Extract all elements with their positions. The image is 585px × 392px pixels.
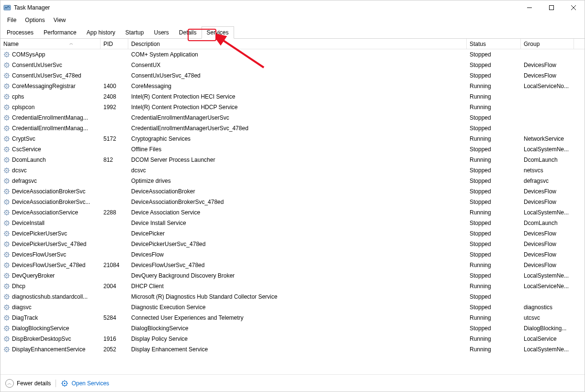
tab-users[interactable]: Users — [148, 26, 174, 38]
column-header-pid[interactable]: PID — [101, 39, 128, 49]
menu-options[interactable]: Options — [21, 16, 48, 24]
tab-processes[interactable]: Processes — [1, 26, 39, 38]
svg-line-52 — [8, 98, 9, 99]
service-row[interactable]: DevicePickerUserSvc_478edDevicePickerUse… — [0, 239, 585, 249]
service-row[interactable]: DeviceAssociationBrokerSvc...DeviceAssoc… — [0, 197, 585, 207]
service-row[interactable]: DevicesFlowUserSvc_478ed21084DevicesFlow… — [0, 260, 585, 270]
services-grid[interactable]: COMSysAppCOM+ System ApplicationStoppedC… — [0, 49, 585, 374]
service-name-cell: DeviceAssociationBrokerSvc — [0, 188, 101, 195]
window-title: Task Manager — [14, 4, 50, 11]
service-row[interactable]: DeviceAssociationBrokerSvcDeviceAssociat… — [0, 186, 585, 197]
service-row[interactable]: DevicesFlowUserSvcDevicesFlowStoppedDevi… — [0, 249, 585, 260]
service-row[interactable]: DcomLaunch812DCOM Server Process Launche… — [0, 155, 585, 165]
svg-line-51 — [5, 95, 6, 96]
service-name-cell: DispBrokerDesktopSvc — [0, 336, 101, 342]
svg-line-14 — [5, 56, 6, 57]
svg-line-201 — [5, 253, 6, 254]
service-row[interactable]: defragsvcOptimize drivesStoppeddefragsvc — [0, 176, 585, 186]
service-group: DevicesFlow — [521, 241, 574, 247]
service-pid: 5172 — [101, 135, 128, 142]
svg-point-96 — [6, 149, 7, 150]
service-description: ConsentUxUserSvc_478ed — [128, 72, 467, 79]
gear-icon — [3, 262, 10, 269]
svg-line-272 — [8, 330, 9, 331]
gear-icon — [3, 293, 10, 300]
svg-point-66 — [6, 117, 7, 118]
column-header-name[interactable]: Name ︿ — [0, 39, 101, 49]
service-name: DialogBlockingService — [12, 325, 69, 332]
service-pid: 2288 — [101, 209, 128, 216]
service-row[interactable]: DiagTrack5284Connected User Experiences … — [0, 313, 585, 323]
service-row[interactable]: CoreMessagingRegistrar1400CoreMessagingR… — [0, 81, 585, 91]
column-header-status[interactable]: Status — [467, 39, 521, 49]
maximize-button[interactable] — [540, 0, 562, 15]
svg-line-143 — [8, 190, 9, 190]
service-name-cell: defragsvc — [0, 178, 101, 184]
service-row[interactable]: DevicePickerUserSvcDevicePickerStoppedDe… — [0, 228, 585, 239]
svg-line-122 — [8, 172, 9, 173]
service-row[interactable]: DeviceAssociationService2288Device Assoc… — [0, 207, 585, 218]
menu-view[interactable]: View — [50, 16, 70, 24]
column-header-group[interactable]: Group — [521, 39, 574, 49]
svg-line-231 — [5, 284, 6, 285]
service-row[interactable]: DispBrokerDesktopSvc1916Display Policy S… — [0, 334, 585, 344]
svg-line-31 — [5, 74, 6, 75]
service-group: DevicesFlow — [521, 72, 574, 79]
service-row[interactable]: CredentialEnrollmentManag...CredentialEn… — [0, 112, 585, 123]
svg-line-12 — [8, 56, 9, 57]
service-row[interactable]: diagsvcDiagnostic Execution ServiceStopp… — [0, 302, 585, 313]
service-name-cell: DeviceAssociationService — [0, 209, 101, 216]
service-row[interactable]: CryptSvc5172Cryptographic ServicesRunnin… — [0, 134, 585, 144]
tab-app-history[interactable]: App history — [81, 26, 121, 38]
service-row[interactable]: COMSysAppCOM+ System ApplicationStopped — [0, 49, 585, 60]
svg-line-154 — [5, 203, 6, 204]
gear-icon — [3, 230, 10, 237]
service-row[interactable]: Dhcp2004DHCP ClientRunningLocalServiceNe… — [0, 281, 585, 291]
service-row[interactable]: ConsentUxUserSvc_478edConsentUxUserSvc_4… — [0, 70, 585, 81]
svg-line-84 — [5, 130, 6, 131]
service-row[interactable]: cplspcon1992Intel(R) Content Protection … — [0, 102, 585, 112]
svg-line-82 — [8, 130, 9, 131]
service-status: Stopped — [467, 304, 521, 311]
service-row[interactable]: CredentialEnrollmentManag...CredentialEn… — [0, 123, 585, 134]
service-row[interactable]: DialogBlockingServiceDialogBlockingServi… — [0, 323, 585, 334]
svg-line-232 — [8, 288, 9, 289]
service-status: Stopped — [467, 146, 521, 153]
svg-line-233 — [8, 284, 9, 285]
service-row[interactable]: CscServiceOffline FilesStoppedLocalSyste… — [0, 144, 585, 155]
column-header-description[interactable]: Description — [128, 39, 467, 49]
fewer-details-button[interactable]: ︿ Fewer details — [5, 379, 51, 388]
gear-icon — [3, 209, 10, 216]
tab-details[interactable]: Details — [174, 26, 202, 38]
service-status: Stopped — [467, 72, 521, 79]
service-row[interactable]: cphs2408Intel(R) Content Protection HECI… — [0, 91, 585, 102]
gear-icon — [3, 157, 10, 163]
service-row[interactable]: DeviceInstallDevice Install ServiceStopp… — [0, 218, 585, 228]
svg-point-166 — [6, 223, 7, 224]
tab-startup[interactable]: Startup — [120, 26, 149, 38]
gear-icon — [3, 146, 10, 153]
service-description: DCOM Server Process Launcher — [128, 157, 467, 163]
svg-point-226 — [6, 286, 7, 287]
close-button[interactable] — [562, 0, 585, 15]
tab-performance[interactable]: Performance — [38, 26, 82, 38]
service-row[interactable]: dcsvcdcsvcStoppednetsvcs — [0, 165, 585, 176]
service-name: DeviceAssociationService — [12, 209, 78, 216]
service-name-cell: DialogBlockingService — [0, 325, 101, 332]
minimize-button[interactable] — [518, 0, 540, 15]
service-row[interactable]: DevQueryBrokerDevQuery Background Discov… — [0, 270, 585, 281]
tab-services[interactable]: Services — [202, 26, 234, 39]
column-pid-label: PID — [103, 41, 113, 47]
service-description: Optimize drives — [128, 178, 467, 184]
menu-file[interactable]: File — [3, 16, 20, 24]
service-pid: 5284 — [101, 314, 128, 321]
open-services-link[interactable]: Open Services — [61, 380, 109, 387]
service-row[interactable]: diagnosticshub.standardcoll...Microsoft … — [0, 291, 585, 302]
svg-line-61 — [5, 105, 6, 106]
gear-icon — [3, 83, 10, 90]
service-status: Stopped — [467, 114, 521, 121]
service-row[interactable]: ConsentUxUserSvcConsentUXStoppedDevicesF… — [0, 60, 585, 70]
svg-line-33 — [8, 74, 9, 75]
service-pid: 1400 — [101, 83, 128, 90]
service-row[interactable]: DisplayEnhancementService2052Display Enh… — [0, 344, 585, 355]
